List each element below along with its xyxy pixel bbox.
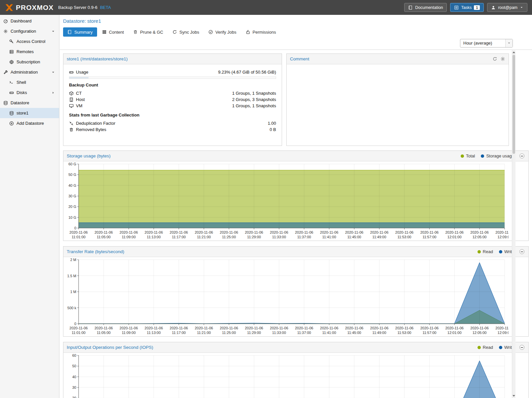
datastore-panel-header: store1 (/mnt/datastores/store1) [63, 54, 282, 64]
sync-icon [172, 30, 177, 34]
legend-dot [499, 250, 502, 253]
collapse-icon[interactable] [519, 153, 524, 158]
sidebar-item-disks[interactable]: Disks [0, 87, 59, 98]
caret-right-icon[interactable] [51, 91, 55, 95]
svg-text:2020-11-06: 2020-11-06 [420, 230, 439, 234]
cube-icon [69, 91, 74, 96]
caret-down-icon [505, 39, 513, 47]
iops-chart: 01020304050602020-11-0611:01:002020-11-0… [63, 353, 528, 398]
grid-icon [102, 30, 107, 34]
tab-content[interactable]: Content [98, 27, 128, 37]
sidebar-item-configuration[interactable]: Configuration [0, 26, 59, 36]
usage-progress-fill [69, 77, 89, 79]
svg-text:50 G: 50 G [68, 173, 76, 177]
svg-text:1 M: 1 M [70, 290, 76, 294]
tab-bar: Summary Content Prune & GC Sync Jobs Ver… [63, 27, 532, 37]
lifebuoy-icon [9, 60, 14, 64]
svg-text:2020-11-06: 2020-11-06 [170, 230, 188, 234]
documentation-button[interactable]: Documentation [404, 3, 447, 12]
svg-text:2020-11-06: 2020-11-06 [420, 326, 439, 330]
collapse-icon[interactable] [519, 249, 524, 254]
comment-panel-title: Comment [290, 56, 309, 61]
svg-text:11:01:00: 11:01:00 [72, 331, 86, 335]
svg-text:11:25:00: 11:25:00 [222, 235, 236, 239]
tab-label: Sync Jobs [179, 30, 199, 35]
sidebar-item-store1[interactable]: store1 [0, 108, 59, 118]
tab-verify-jobs[interactable]: Verify Jobs [204, 27, 241, 37]
legend-storage-usage[interactable]: Storage usage [481, 153, 514, 158]
iops-chart-title: Input/Output Operations per Second (IOPS… [67, 345, 153, 350]
scroll-down-arrow[interactable] [512, 394, 515, 398]
tasks-count-badge: 1 [474, 5, 480, 10]
svg-text:2 M: 2 M [70, 258, 76, 262]
user-label: root@pam [498, 5, 517, 10]
svg-text:12:01:00: 12:01:00 [447, 235, 462, 239]
svg-text:0: 0 [74, 226, 76, 230]
svg-text:11:33:00: 11:33:00 [272, 331, 286, 335]
sidebar-item-datastore[interactable]: Datastore [0, 98, 59, 108]
scrollbar-thumb[interactable] [513, 55, 515, 154]
svg-text:2020-11-06: 2020-11-06 [445, 230, 463, 234]
svg-text:2020-11-06: 2020-11-06 [145, 230, 163, 234]
vertical-scrollbar[interactable] [512, 50, 515, 398]
sidebar-item-subscription[interactable]: Subscription [0, 57, 59, 67]
svg-text:2020-11-06: 2020-11-06 [370, 326, 388, 330]
svg-text:30 G: 30 G [68, 194, 76, 198]
svg-text:11:53:00: 11:53:00 [397, 235, 411, 239]
app-window: PROXMOX Backup Server 0.9-6 BETA Documen… [0, 0, 532, 398]
ct-row: CT 1 Groups, 1 Snapshots [69, 90, 276, 96]
svg-text:11:53:00: 11:53:00 [397, 331, 411, 335]
legend-total[interactable]: Total [461, 153, 475, 158]
refresh-icon[interactable] [492, 56, 497, 61]
beta-link[interactable]: BETA [100, 5, 111, 10]
documentation-label: Documentation [415, 5, 443, 10]
tab-prune-gc[interactable]: Prune & GC [129, 27, 167, 37]
transfer-rate-chart: 0500 k1 M1.5 M2 M2020-11-0611:01:002020-… [63, 257, 528, 336]
tab-label: Summary [74, 30, 93, 35]
tab-permissions[interactable]: Permissions [241, 27, 280, 37]
tab-summary[interactable]: Summary [63, 27, 97, 37]
sidebar-item-remotes[interactable]: Remotes [0, 47, 59, 57]
svg-text:2020-11-06: 2020-11-06 [395, 326, 413, 330]
legend-read[interactable]: Read [478, 345, 493, 350]
collapse-icon[interactable] [519, 345, 524, 350]
tasks-button[interactable]: Tasks 1 [450, 3, 484, 12]
check-circle-icon [208, 30, 213, 34]
scroll-up-arrow[interactable] [512, 50, 515, 54]
comment-content[interactable] [287, 64, 509, 74]
interval-select-value: Hour (average) [463, 41, 492, 46]
svg-text:11:17:00: 11:17:00 [172, 235, 186, 239]
legend-read[interactable]: Read [478, 249, 493, 254]
svg-text:11:41:00: 11:41:00 [322, 235, 336, 239]
book-icon [67, 30, 72, 34]
datastore-summary-panel: store1 (/mnt/datastores/store1) Usage 9.… [63, 53, 282, 146]
svg-text:11:05:00: 11:05:00 [97, 235, 111, 239]
product-title: Backup Server 0.9-6 [58, 5, 97, 10]
svg-text:2020-11-06: 2020-11-06 [395, 230, 413, 234]
sidebar-item-access-control[interactable]: Access Control [0, 36, 59, 47]
svg-text:2020-11-06: 2020-11-06 [69, 326, 88, 330]
main-content: Datastore: store1 Summary Content Prune … [60, 15, 532, 398]
trash-icon [133, 30, 138, 34]
caret-down-icon[interactable] [51, 29, 55, 33]
svg-text:2020-11-06: 2020-11-06 [170, 326, 188, 330]
proxmox-logo: PROXMOX [5, 4, 53, 12]
svg-text:2020-11-06: 2020-11-06 [245, 230, 263, 234]
svg-text:2020-11-06: 2020-11-06 [195, 230, 213, 234]
sidebar-item-label: Remotes [17, 49, 34, 54]
sidebar-item-administration[interactable]: Administration [0, 67, 59, 77]
sidebar-item-add-datastore[interactable]: Add Datastore [0, 118, 59, 128]
svg-text:2020-11-06: 2020-11-06 [69, 230, 88, 234]
user-menu-button[interactable]: root@pam [487, 3, 527, 12]
interval-select[interactable]: Hour (average) [460, 39, 513, 48]
backup-count-title: Backup Count [69, 83, 276, 87]
caret-down-icon[interactable] [51, 70, 55, 74]
svg-text:11:57:00: 11:57:00 [422, 235, 436, 239]
sidebar-item-dashboard[interactable]: Dashboard [0, 16, 59, 26]
tab-sync-jobs[interactable]: Sync Jobs [168, 27, 203, 37]
tab-label: Verify Jobs [215, 30, 236, 35]
svg-text:2020-11-06: 2020-11-06 [220, 326, 238, 330]
gear-icon[interactable] [500, 56, 505, 61]
sidebar-item-shell[interactable]: Shell [0, 77, 59, 87]
svg-text:0: 0 [74, 322, 76, 326]
